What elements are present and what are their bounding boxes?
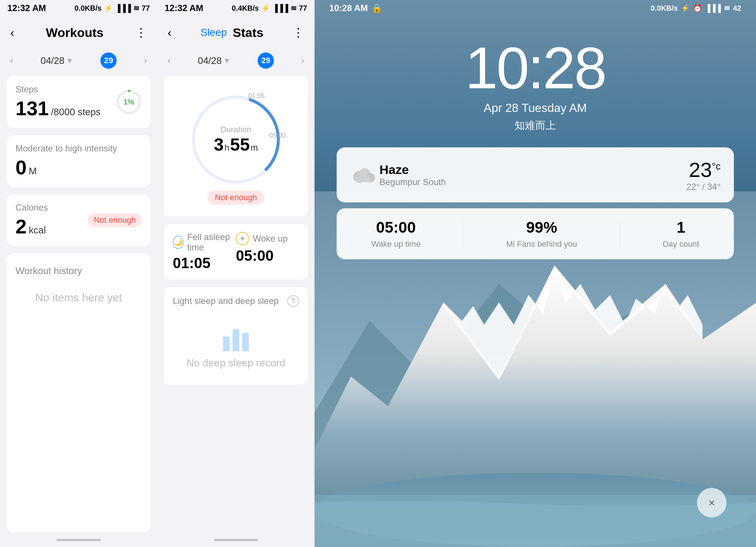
lock-status-left: 10:28 AM 🔒 bbox=[329, 3, 382, 13]
calories-card[interactable]: Calories 2 kcal Not enough bbox=[7, 194, 151, 246]
sleep-date-nav: ‹ 04/28 ▼ 29 › bbox=[157, 49, 315, 72]
workouts-title: Workouts bbox=[46, 25, 103, 40]
sleep-moon-icon: 🌙 bbox=[173, 236, 183, 249]
sleep-times-row: 🌙 Fell asleep time 01:05 ☀ Woke up 05:00 bbox=[173, 232, 299, 271]
date-dropdown-icon: ▼ bbox=[66, 57, 73, 65]
intensity-unit: M bbox=[29, 165, 37, 177]
workout-history-label: Workout history bbox=[16, 261, 142, 277]
ring-time-end: 05:00 bbox=[269, 132, 286, 140]
intensity-card[interactable]: Moderate to high intensity 0 M bbox=[7, 135, 151, 187]
no-sleep-text: No deep sleep record bbox=[186, 357, 285, 369]
workouts-back-button[interactable]: ‹ bbox=[10, 26, 14, 40]
weather-location: Begumpur South bbox=[379, 177, 446, 187]
calories-info: Calories 2 kcal bbox=[16, 202, 48, 238]
calories-value-row: 2 kcal bbox=[16, 215, 48, 238]
sleep-times-card: 🌙 Fell asleep time 01:05 ☀ Woke up 05:00 bbox=[164, 224, 308, 280]
duration-hours: 3 bbox=[214, 134, 224, 155]
steps-progress-label: 1% bbox=[124, 98, 134, 106]
alarm-widget-card[interactable]: 05:00 Wake up time 99% Mi Fans behind yo… bbox=[337, 208, 734, 259]
weather-info: Haze Begumpur South bbox=[379, 163, 446, 187]
lock-wifi-icon: ≋ bbox=[724, 4, 730, 13]
sleep-more-button[interactable]: ⋮ bbox=[292, 25, 304, 40]
cloud-icon bbox=[350, 166, 376, 184]
workouts-date: 04/28 ▼ bbox=[41, 55, 73, 66]
status-bar-sleep: 12:32 AM 0.4KB/s ⚡ ▐▐▐ ≋ 77 bbox=[157, 0, 315, 16]
duration-label: Duration bbox=[214, 125, 258, 134]
intensity-value: 0 bbox=[16, 156, 27, 179]
duration-card: Duration 3 h 55 m 01:05 05:00 Not enough bbox=[164, 76, 308, 216]
bar3 bbox=[242, 333, 249, 351]
woke-up-label: Woke up bbox=[253, 233, 288, 244]
steps-label: Steps bbox=[16, 84, 101, 95]
sleep-date-prev-button[interactable]: ‹ bbox=[168, 55, 171, 66]
workouts-more-button[interactable]: ⋮ bbox=[135, 25, 147, 40]
hours-unit: h bbox=[224, 143, 229, 153]
fell-asleep-time: 01:05 bbox=[173, 255, 236, 271]
bar1 bbox=[223, 336, 230, 351]
alarm-divider-1 bbox=[463, 221, 464, 247]
intensity-value-row: 0 M bbox=[16, 156, 142, 179]
date-next-button[interactable]: › bbox=[144, 55, 147, 66]
lock-status-bar: 10:28 AM 🔒 0.0KB/s ⚡ ⏰ ▐▐▐ ≋ 42 bbox=[315, 0, 756, 16]
sleep-date: 04/28 ▼ bbox=[198, 55, 231, 66]
fans-value: 99% bbox=[526, 219, 557, 236]
sleep-date-dropdown-icon: ▼ bbox=[223, 57, 231, 65]
workouts-top-nav: ‹ Workouts ⋮ bbox=[0, 16, 157, 49]
status-time-sleep: 12:32 AM bbox=[165, 3, 203, 13]
steps-info: Steps 131 /8000 steps bbox=[16, 84, 101, 120]
day-count-value: 1 bbox=[677, 219, 685, 236]
signal-icon-sleep: ▐▐▐ bbox=[272, 4, 288, 13]
lock-close-button[interactable]: × bbox=[697, 488, 726, 517]
workout-history-empty: No items here yet bbox=[16, 277, 142, 319]
day-count-item: 1 Day count bbox=[663, 219, 699, 249]
steps-progress-ring: 1% bbox=[116, 89, 142, 115]
lock-status-time: 10:28 AM bbox=[329, 3, 368, 13]
wifi-icon-sleep: ≋ bbox=[291, 4, 297, 13]
workout-history-card: Workout history No items here yet bbox=[7, 253, 151, 532]
lock-time-section: 10:28 Apr 28 Tuesday AM 知难而上 bbox=[315, 16, 756, 140]
lock-alarm-icon: ⏰ bbox=[693, 4, 702, 13]
intensity-label: Moderate to high intensity bbox=[16, 143, 142, 154]
weather-widget: Haze Begumpur South 23°c 22° / 34° bbox=[350, 158, 721, 192]
wifi-icon: ≋ bbox=[133, 4, 140, 13]
wake-time-item: 05:00 Wake up time bbox=[371, 219, 421, 249]
date-prev-button[interactable]: ‹ bbox=[10, 55, 13, 66]
svg-rect-13 bbox=[354, 177, 371, 182]
steps-card-row: Steps 131 /8000 steps 1% bbox=[16, 84, 142, 120]
lock-battery: 42 bbox=[733, 4, 741, 13]
calories-row: Calories 2 kcal Not enough bbox=[16, 202, 142, 238]
bluetooth-icon: ⚡ bbox=[104, 4, 113, 13]
lock-network-speed: 0.0KB/s bbox=[651, 4, 678, 13]
steps-value-row: 131 /8000 steps bbox=[16, 97, 101, 120]
sleep-nav-center: Sleep Stats bbox=[200, 25, 264, 40]
duration-not-enough-badge: Not enough bbox=[207, 191, 264, 205]
woke-up-item: ☀ Woke up 05:00 bbox=[236, 232, 299, 271]
sleep-panel: 12:32 AM 0.4KB/s ⚡ ▐▐▐ ≋ 77 ‹ Sleep Stat… bbox=[157, 0, 315, 547]
workouts-date-nav: ‹ 04/28 ▼ 29 › bbox=[0, 49, 157, 72]
sleep-chart-card: Light sleep and deep sleep ? No deep sle… bbox=[164, 287, 308, 384]
weather-condition: Haze bbox=[379, 163, 446, 177]
wake-sun-icon: ☀ bbox=[236, 232, 249, 245]
bar2 bbox=[233, 329, 239, 351]
calories-not-enough-badge: Not enough bbox=[88, 213, 142, 227]
duration-ring-container: Duration 3 h 55 m 01:05 05:00 Not enough bbox=[173, 84, 299, 208]
battery-workouts: 77 bbox=[142, 4, 150, 13]
weather-range: 22° / 34° bbox=[686, 182, 721, 192]
sleep-date-next-button[interactable]: › bbox=[301, 55, 304, 66]
sleep-bottom-bar bbox=[157, 539, 315, 547]
day-count-label: Day count bbox=[663, 239, 699, 249]
sleep-chart-help-button[interactable]: ? bbox=[287, 295, 299, 307]
sleep-back-button[interactable]: ‹ bbox=[168, 26, 172, 40]
steps-card[interactable]: Steps 131 /8000 steps 1% bbox=[7, 76, 151, 128]
sleep-chart-header: Light sleep and deep sleep ? bbox=[173, 295, 299, 307]
woke-up-label-row: ☀ Woke up bbox=[236, 232, 299, 245]
lock-date: Apr 28 Tuesday AM bbox=[315, 101, 756, 115]
sleep-nav-link[interactable]: Sleep bbox=[200, 27, 227, 38]
sleep-nav-title: Stats bbox=[233, 25, 264, 40]
fell-asleep-item: 🌙 Fell asleep time 01:05 bbox=[173, 232, 236, 271]
workouts-bottom-bar bbox=[0, 539, 157, 547]
weather-widget-card[interactable]: Haze Begumpur South 23°c 22° / 34° bbox=[337, 147, 734, 202]
lock-signal-icon: ▐▐▐ bbox=[705, 4, 721, 13]
bar-chart-icon bbox=[221, 322, 251, 351]
status-icons-sleep: 0.4KB/s ⚡ ▐▐▐ ≋ 77 bbox=[232, 4, 307, 13]
